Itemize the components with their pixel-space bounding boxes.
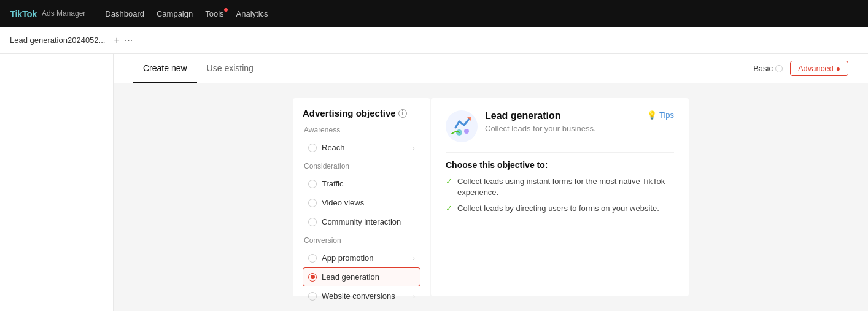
tabs-right: Basic Advanced ●	[753, 61, 848, 76]
option-reach[interactable]: Reach ›	[303, 138, 420, 157]
check-mark-2: ✓	[446, 204, 452, 213]
nav-analytics[interactable]: Analytics	[236, 7, 268, 21]
option-traffic[interactable]: Traffic	[303, 174, 420, 193]
nav-links: Dashboard Campaign Tools Analytics	[105, 7, 268, 21]
tab-row: Create new Use existing Basic Advanced ●	[114, 54, 868, 83]
detail-header: Lead generation Collect leads for your b…	[446, 110, 674, 142]
option-video-views[interactable]: Video views	[303, 193, 420, 212]
info-icon[interactable]: i	[398, 109, 407, 118]
check-mark-1: ✓	[446, 177, 452, 186]
svg-point-0	[446, 110, 478, 142]
section-title: Advertising objective i	[303, 108, 420, 118]
campaign-panel: Advertising objective i Awareness Reach …	[114, 83, 868, 311]
chevron-app: ›	[413, 255, 415, 262]
tab-create-new[interactable]: Create new	[133, 55, 197, 83]
group-conversion: Conversion	[303, 236, 420, 245]
group-awareness: Awareness	[303, 126, 420, 134]
svg-point-3	[464, 129, 469, 134]
nav-tools[interactable]: Tools	[205, 7, 223, 21]
detail-panel: Lead generation Collect leads for your b…	[431, 98, 689, 296]
check-text-2: Collect leads by directing users to form…	[457, 203, 659, 214]
top-nav: TikTok Ads Manager Dashboard Campaign To…	[0, 0, 868, 27]
nav-dashboard[interactable]: Dashboard	[105, 7, 144, 21]
radio-basic-icon	[775, 65, 783, 72]
objective-section: Advertising objective i Awareness Reach …	[293, 98, 430, 296]
group-consideration: Consideration	[303, 162, 420, 171]
brand: TikTok Ads Manager	[10, 9, 85, 19]
chevron-website: ›	[413, 293, 415, 300]
main-content: Create new Use existing Basic Advanced ●…	[0, 54, 868, 311]
chevron-reach: ›	[413, 144, 415, 152]
nav-campaign[interactable]: Campaign	[157, 7, 193, 21]
choose-label: Choose this objective to:	[446, 160, 674, 170]
option-website-conversions[interactable]: Website conversions ›	[303, 286, 420, 305]
more-options-button[interactable]: ···	[125, 35, 133, 46]
second-bar: Lead generation2024052... + ···	[0, 27, 868, 54]
tiktok-logo: TikTok	[10, 9, 37, 19]
option-lead-generation[interactable]: Lead generation	[303, 267, 420, 286]
campaign-label: Lead generation2024052...	[10, 36, 105, 45]
radio-video-views	[308, 199, 317, 207]
radio-website	[308, 292, 317, 301]
option-community-interaction[interactable]: Community interaction	[303, 212, 420, 231]
divider	[446, 152, 674, 153]
advanced-button[interactable]: Advanced ●	[790, 61, 848, 76]
option-product-sales[interactable]: Product sales ›	[303, 305, 420, 311]
check-item-2: ✓ Collect leads by directing users to fo…	[446, 203, 674, 214]
tips-icon: 💡	[647, 110, 657, 120]
radio-app-promotion	[308, 254, 317, 263]
option-app-promotion[interactable]: App promotion ›	[303, 248, 420, 267]
objective-icon	[446, 110, 478, 142]
radio-community	[308, 218, 317, 226]
check-item-1: ✓ Collect leads using instant forms for …	[446, 176, 674, 198]
content-area: Create new Use existing Basic Advanced ●…	[114, 54, 868, 311]
radio-reach	[308, 144, 317, 152]
tips-button[interactable]: 💡 Tips	[647, 110, 674, 120]
radio-traffic	[308, 180, 317, 188]
detail-title-block: Lead generation Collect leads for your b…	[485, 110, 640, 133]
check-text-1: Collect leads using instant forms for th…	[457, 176, 674, 198]
radio-lead-gen	[308, 273, 317, 282]
add-tab-button[interactable]: +	[114, 35, 119, 46]
ads-manager-label: Ads Manager	[42, 9, 85, 18]
tab-use-existing[interactable]: Use existing	[197, 55, 263, 83]
tabs-left: Create new Use existing	[133, 55, 263, 83]
basic-button[interactable]: Basic	[753, 64, 783, 73]
detail-subtitle: Collect leads for your business.	[485, 124, 640, 133]
sidebar	[0, 54, 114, 311]
detail-title: Lead generation	[485, 110, 640, 121]
radio-advanced-icon: ●	[836, 64, 840, 73]
lead-gen-svg	[446, 110, 478, 142]
